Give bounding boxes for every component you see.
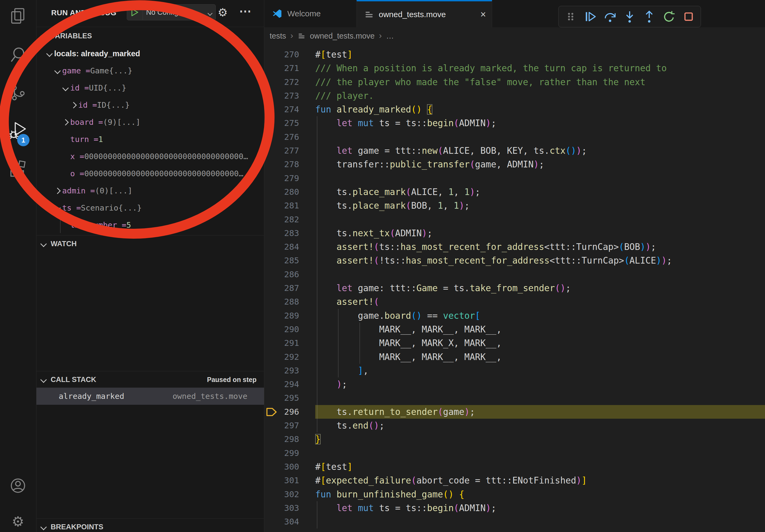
breadcrumb-item-tests[interactable]: tests: [270, 32, 286, 40]
line-number: 291: [278, 336, 299, 350]
line-number: 286: [278, 268, 299, 281]
indent-guide: [317, 130, 318, 144]
activity-explorer-icon[interactable]: [9, 7, 27, 25]
variable-row[interactable]: o = 000000000000000000000000000000000…: [36, 165, 264, 182]
step-out-icon[interactable]: [641, 9, 657, 24]
chevron-right-icon[interactable]: [53, 188, 62, 193]
tab-owned-tests-move[interactable]: owned_tests.move ×: [357, 0, 492, 27]
variable-row[interactable]: ts = Scenario{...}: [36, 199, 264, 216]
restart-icon[interactable]: [661, 9, 677, 24]
start-debug-icon[interactable]: [127, 5, 143, 20]
close-icon[interactable]: ×: [480, 9, 486, 20]
debug-settings-gear-icon[interactable]: ⚙: [218, 6, 228, 19]
watch-header-label: WATCH: [51, 240, 77, 248]
breakpoints-section-header[interactable]: BREAKPOINTS: [36, 518, 264, 532]
activity-account-icon[interactable]: [9, 476, 27, 495]
variable-row[interactable]: game = Game{...}: [36, 62, 264, 79]
code-token: game.: [315, 311, 384, 321]
code-token: 1: [454, 200, 459, 211]
line-number: 287: [278, 281, 299, 295]
chevron-down-icon[interactable]: [53, 206, 62, 210]
code-token: ==: [421, 311, 443, 321]
code-line: 287 let game: ttt::Game = ts.take_from_s…: [264, 281, 765, 295]
activity-settings-icon[interactable]: ⚙: [9, 512, 27, 531]
code-token: [315, 379, 337, 390]
chevron-right-icon[interactable]: [69, 103, 78, 108]
activity-source-control-icon[interactable]: [9, 84, 27, 102]
chevron-down-icon[interactable]: [61, 86, 70, 90]
code-token: ): [421, 228, 427, 238]
activity-extensions-icon[interactable]: [9, 159, 27, 178]
code-token: expected_failure: [326, 475, 411, 486]
stop-icon[interactable]: [681, 9, 696, 24]
chevron-down-icon[interactable]: [53, 69, 62, 73]
chevron-right-icon[interactable]: [61, 120, 70, 125]
indent-guide: [338, 364, 339, 378]
code-token: ts.: [315, 228, 353, 238]
chevron-down-icon[interactable]: [45, 51, 54, 56]
code-token: = ts.: [438, 283, 469, 293]
variable-row[interactable]: turn = 1: [36, 131, 264, 148]
tree-indent-guide: [60, 216, 61, 233]
line-number: 290: [278, 323, 299, 336]
variables-header-label: VARIABLES: [51, 32, 92, 40]
chevron-down-icon: [40, 524, 47, 530]
glyph-margin: [264, 350, 278, 364]
indent-guide: [317, 171, 318, 185]
continue-icon[interactable]: [582, 9, 598, 24]
debug-toolbar: [558, 6, 701, 27]
glyph-margin: [264, 226, 278, 240]
more-actions-icon[interactable]: ⋯: [239, 4, 252, 18]
tab-welcome[interactable]: Welcome: [264, 0, 357, 27]
code-token: [: [321, 49, 326, 60]
drag-handle-icon[interactable]: [563, 9, 578, 24]
code-editor[interactable]: 270#[test]271/// When a position is alre…: [264, 45, 765, 532]
code-token: (: [624, 255, 629, 266]
code-line: 274fun already_marked() {: [264, 103, 765, 116]
line-number: 282: [278, 213, 299, 226]
variable-row[interactable]: id = ID{...}: [36, 97, 264, 114]
line-number: 301: [278, 474, 299, 487]
code-token: ,: [363, 366, 369, 376]
code-token: ): [459, 200, 464, 211]
code-line: 270#[test]: [264, 48, 765, 61]
code-line: 295: [264, 391, 765, 405]
call-stack-frame[interactable]: already_marked owned_tests.move: [36, 388, 264, 405]
variables-section-header[interactable]: VARIABLES: [36, 27, 264, 45]
indent-guide: [317, 364, 318, 378]
code-line: 292 MARK__, MARK__, MARK__,: [264, 350, 765, 364]
code-line: 298}: [264, 432, 765, 446]
watch-section-header[interactable]: WATCH: [36, 235, 264, 252]
variable-row[interactable]: admin = (0)[...]: [36, 182, 264, 199]
glyph-margin: [264, 116, 278, 130]
activity-search-icon[interactable]: [9, 46, 27, 64]
step-over-icon[interactable]: [602, 9, 618, 24]
variable-value: UID{...}: [89, 83, 127, 93]
breadcrumb-item-file[interactable]: owned_tests.move: [310, 32, 375, 40]
breadcrumb-item-symbol[interactable]: …: [386, 32, 394, 40]
sidebar-header: RUN AND DEBUG No Configur… ⚙ ⋯: [36, 0, 264, 27]
line-number: 297: [278, 419, 299, 432]
variable-row[interactable]: id = UID{...}: [36, 79, 264, 97]
indent-guide: [360, 350, 360, 364]
code-token: [315, 503, 337, 513]
glyph-margin: [264, 501, 278, 515]
variable-row[interactable]: txn_number = 5: [36, 216, 264, 234]
call-stack-section-header[interactable]: CALL STACK Paused on step: [36, 371, 264, 388]
code-line-text: ts.end();: [315, 419, 765, 432]
code-token: [315, 118, 337, 128]
step-into-icon[interactable]: [622, 9, 637, 24]
code-token: (: [374, 255, 379, 266]
indent-guide: [317, 405, 318, 419]
variable-value: Scenario{...}: [81, 203, 142, 212]
variable-row[interactable]: board = (9)[...]: [36, 114, 264, 131]
code-token: ;: [464, 200, 469, 211]
code-line-text: MARK__, MARK__, MARK__,: [315, 323, 765, 336]
code-token: game = ttt::: [353, 145, 421, 156]
code-token: new: [421, 145, 438, 156]
variable-row[interactable]: x = 0000000000000000000000000000000000…: [36, 148, 264, 165]
glyph-margin: [264, 419, 278, 432]
debug-config-picker[interactable]: No Configur…: [127, 4, 216, 20]
variables-scope-row[interactable]: locals: already_marked: [36, 45, 264, 62]
code-line-text: MARK__, MARK_X, MARK__,: [315, 336, 765, 350]
